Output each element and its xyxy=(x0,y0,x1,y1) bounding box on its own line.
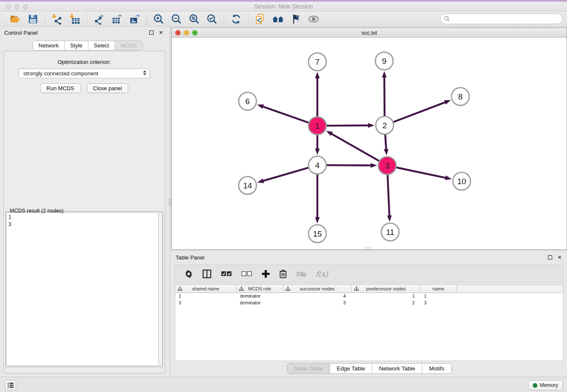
edge-arrowhead xyxy=(257,179,264,183)
network-window-titlebar[interactable]: × − + scc.txt xyxy=(172,28,567,38)
edge-3-11[interactable] xyxy=(388,175,389,216)
show-columns-icon[interactable] xyxy=(202,268,212,280)
tab-network[interactable]: Network xyxy=(33,41,65,50)
column-header-shared-name[interactable]: shared name xyxy=(175,285,237,293)
criterion-select[interactable]: strongly connected component xyxy=(19,69,150,78)
control-panel-tabs: NetworkStyleSelectMCDS xyxy=(33,41,143,50)
close-panel-icon[interactable]: ✕ xyxy=(158,30,164,36)
select-all-columns-icon[interactable] xyxy=(221,268,232,280)
add-row-plus-icon[interactable] xyxy=(261,268,270,280)
edge-arrowhead xyxy=(315,149,320,155)
network-resize-grip[interactable] xyxy=(366,247,372,249)
save-session-icon[interactable] xyxy=(27,13,39,25)
cell-successor-nodes[interactable]: 4 xyxy=(283,293,352,300)
zoom-fit-icon[interactable] xyxy=(188,13,200,25)
network-view-window: × − + scc.txt 7968124314101511 xyxy=(171,28,567,250)
node-label-4: 4 xyxy=(315,161,320,170)
cell-predecessor-nodes[interactable]: 2 xyxy=(352,300,421,306)
tab-style[interactable]: Style xyxy=(65,41,88,50)
zoom-in-icon[interactable] xyxy=(153,13,165,25)
export-table-icon[interactable] xyxy=(111,13,123,25)
table-row[interactable]: 3dominator323 xyxy=(175,300,563,306)
cell-shared-name[interactable]: 1 xyxy=(175,293,237,300)
tab-motifs[interactable]: Motifs xyxy=(422,364,451,373)
edge-arrowhead xyxy=(445,176,452,180)
column-header-predecessor-nodes[interactable]: predecessor nodes xyxy=(352,285,421,293)
open-session-icon[interactable] xyxy=(9,13,21,25)
refresh-icon[interactable] xyxy=(230,13,242,25)
cell-MCDS-role[interactable]: dominator xyxy=(237,300,283,306)
edge-3-10[interactable] xyxy=(396,168,446,178)
table-options-gear-icon[interactable] xyxy=(184,268,193,280)
attribute-type-icon xyxy=(178,287,182,291)
hide-details-eye-icon[interactable] xyxy=(308,13,319,25)
close-panel-button[interactable]: Close panel xyxy=(87,83,129,93)
table-panel: Table Panel ✕ f(x) shared nameMCDS roles… xyxy=(171,252,567,377)
network-close-icon[interactable]: × xyxy=(175,30,181,36)
table-row[interactable]: 1dominator411 xyxy=(175,293,563,300)
search-input[interactable] xyxy=(450,15,562,23)
column-header-MCDS-role[interactable]: MCDS role xyxy=(237,285,283,293)
delete-row-trash-icon[interactable] xyxy=(279,268,287,280)
export-image-icon[interactable] xyxy=(129,13,140,25)
tab-mcds[interactable]: MCDS xyxy=(115,41,142,50)
search-box[interactable] xyxy=(440,14,563,24)
node-label-6: 6 xyxy=(245,97,250,106)
cell-successor-nodes[interactable]: 3 xyxy=(283,300,352,306)
edge-4-14[interactable] xyxy=(263,168,308,181)
import-table-icon[interactable] xyxy=(69,13,81,25)
edge-2-3[interactable] xyxy=(385,135,386,150)
zoom-out-icon[interactable] xyxy=(171,13,182,25)
edge-1-6[interactable] xyxy=(262,106,308,122)
network-minimize-icon[interactable]: − xyxy=(184,30,189,36)
cell-name[interactable]: 1 xyxy=(421,293,457,300)
network-window-title: scc.txt xyxy=(361,30,377,36)
edge-arrowhead xyxy=(315,72,320,78)
cell-shared-name[interactable]: 3 xyxy=(175,300,237,306)
function-builder-icon: f(x) xyxy=(316,268,328,280)
close-table-panel-icon[interactable]: ✕ xyxy=(556,254,563,261)
cell-MCDS-role[interactable]: dominator xyxy=(237,293,283,300)
table-panel-title: Table Panel xyxy=(176,254,543,261)
tab-select[interactable]: Select xyxy=(88,41,115,50)
column-header-name[interactable]: name xyxy=(421,285,457,293)
edge-1-2[interactable] xyxy=(327,125,369,126)
edge-3-1[interactable] xyxy=(331,133,379,161)
zoom-selected-icon[interactable] xyxy=(206,13,218,25)
mcds-panel: Optimization criterion: strongly connect… xyxy=(3,51,165,373)
edge-2-9[interactable] xyxy=(384,77,385,116)
network-maximize-icon[interactable]: + xyxy=(192,30,198,36)
list-icon xyxy=(8,383,14,388)
delete-table-icon[interactable] xyxy=(296,268,306,280)
graphics-details-icon[interactable] xyxy=(290,13,302,25)
node-label-2: 2 xyxy=(383,121,387,130)
network-canvas-svg[interactable]: 7968124314101511 xyxy=(172,38,567,249)
first-neighbors-icon[interactable] xyxy=(272,13,284,25)
window-titlebar: Session: New Session xyxy=(0,0,567,11)
edge-2-8[interactable] xyxy=(394,102,446,122)
float-panel-icon[interactable] xyxy=(148,30,154,36)
tab-node-table[interactable]: Node Table xyxy=(287,364,330,373)
node-label-9: 9 xyxy=(382,57,387,66)
node-table-header[interactable]: shared nameMCDS rolesuccessor nodesprede… xyxy=(175,285,563,293)
clone-network-icon[interactable] xyxy=(254,13,266,25)
task-history-button[interactable] xyxy=(5,380,16,390)
memory-button[interactable]: Memory xyxy=(528,380,563,390)
node-label-1: 1 xyxy=(315,121,320,130)
tab-edge-table[interactable]: Edge Table xyxy=(330,364,372,373)
unselect-all-columns-icon[interactable] xyxy=(241,268,252,280)
cell-predecessor-nodes[interactable]: 1 xyxy=(352,293,421,300)
export-network-icon[interactable] xyxy=(93,13,105,25)
cell-name[interactable]: 3 xyxy=(421,300,457,306)
table-tabs: Node TableEdge TableNetwork TableMotifs xyxy=(287,363,452,374)
node-table[interactable]: shared nameMCDS rolesuccessor nodesprede… xyxy=(175,284,564,361)
run-mcds-button[interactable]: Run MCDS xyxy=(40,83,81,93)
import-network-icon[interactable] xyxy=(51,13,63,25)
result-scrollbar[interactable] xyxy=(159,213,162,366)
titlebar-accent xyxy=(0,0,567,2)
edge-4-3[interactable] xyxy=(327,165,372,166)
column-header-successor-nodes[interactable]: successor nodes xyxy=(283,285,352,293)
tab-network-table[interactable]: Network Table xyxy=(372,364,422,373)
mcds-result-textarea[interactable]: 1 3 xyxy=(6,213,159,366)
float-table-panel-icon[interactable] xyxy=(547,254,553,261)
